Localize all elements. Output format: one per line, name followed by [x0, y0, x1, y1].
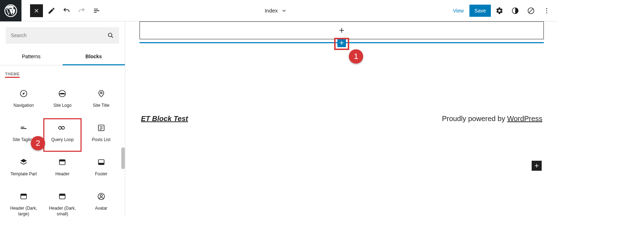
half-circle-icon	[511, 7, 519, 15]
inline-inserter-button[interactable]	[337, 39, 346, 47]
scrollbar[interactable]	[121, 148, 125, 169]
svg-rect-12	[59, 160, 65, 161]
wordpress-logo[interactable]	[0, 0, 21, 21]
block-site-title[interactable]: Site Title	[83, 84, 120, 117]
pencil-icon	[48, 7, 55, 15]
template-part-icon	[19, 158, 28, 166]
styles-button[interactable]	[508, 4, 522, 18]
svg-rect-18	[59, 194, 65, 196]
block-posts-list[interactable]: Posts List	[83, 119, 120, 151]
kebab-icon	[543, 7, 550, 14]
annotation-badge-1: 1	[349, 49, 363, 64]
block-insertion-line	[140, 42, 544, 43]
search-icon	[107, 32, 114, 39]
site-footer-row: ET Block Test Proudly powered by WordPre…	[140, 115, 544, 123]
svg-point-6	[108, 33, 112, 37]
block-header[interactable]: Header	[44, 153, 81, 186]
plus-icon	[338, 26, 346, 34]
section-title-theme: THEME	[5, 70, 20, 78]
block-avatar[interactable]: Avatar	[83, 187, 120, 217]
undo-button[interactable]	[60, 4, 73, 17]
avatar-icon	[97, 192, 106, 201]
block-template-part[interactable]: Template Part	[5, 153, 42, 186]
block-site-logo[interactable]: Site Logo	[44, 84, 81, 117]
blocks-panel: THEME 2 Navigation Site Logo Site Title	[0, 65, 125, 217]
svg-point-4	[546, 10, 547, 11]
svg-point-9	[100, 92, 102, 94]
block-header-dark-small[interactable]: Header (Dark, small)	[44, 187, 81, 217]
wordpress-icon	[4, 4, 17, 17]
compass-icon	[19, 89, 28, 98]
more-options-button[interactable]	[540, 4, 554, 18]
block-header-dark-large[interactable]: Header (Dark, large)	[5, 187, 42, 217]
top-toolbar: Index View Save	[0, 0, 558, 21]
document-title-text: Index	[265, 8, 278, 14]
chevron-down-icon	[281, 8, 287, 14]
search-input[interactable]	[11, 32, 107, 38]
posts-list-icon	[97, 124, 106, 132]
site-title-link[interactable]: ET Block Test	[141, 115, 188, 123]
document-title[interactable]: Index	[103, 8, 449, 14]
view-options-button[interactable]	[524, 4, 538, 18]
block-query-loop[interactable]: Query Loop	[44, 119, 81, 151]
top-right-tools: View Save	[449, 4, 558, 18]
redo-button[interactable]	[75, 4, 88, 17]
svg-point-20	[100, 195, 102, 197]
view-link[interactable]: View	[449, 5, 468, 16]
block-footer[interactable]: Footer	[83, 153, 120, 186]
list-view-icon	[93, 7, 101, 15]
empty-block-appender[interactable]	[140, 21, 544, 39]
circle-slash-icon	[527, 7, 535, 15]
floating-add-block-button[interactable]	[532, 161, 542, 171]
inserter-tabs: Patterns Blocks	[0, 49, 125, 65]
wordpress-link[interactable]: WordPress	[507, 115, 542, 122]
svg-rect-16	[21, 194, 26, 196]
gear-icon	[496, 7, 503, 15]
tab-patterns[interactable]: Patterns	[0, 49, 63, 65]
svg-point-5	[546, 12, 547, 13]
close-inserter-button[interactable]	[30, 4, 43, 17]
site-logo-icon	[58, 89, 67, 98]
tab-blocks[interactable]: Blocks	[63, 49, 125, 65]
header-icon	[19, 192, 28, 201]
svg-point-3	[546, 8, 547, 9]
undo-icon	[63, 7, 70, 15]
map-pin-icon	[97, 89, 106, 98]
inserter-sidebar: Patterns Blocks THEME 2 Navigation Site …	[0, 21, 125, 217]
footer-icon	[97, 158, 106, 166]
header-icon	[58, 192, 67, 201]
editor-canvas: 1 ET Block Test Proudly powered by WordP…	[125, 21, 558, 217]
save-button[interactable]: Save	[469, 5, 491, 17]
tools-button[interactable]	[45, 4, 58, 17]
tagline-icon	[19, 124, 28, 132]
plus-icon	[533, 162, 540, 169]
document-overview-button[interactable]	[90, 4, 103, 17]
redo-icon	[78, 7, 86, 15]
powered-by-text: Proudly powered by WordPress	[442, 115, 542, 123]
settings-button[interactable]	[492, 4, 507, 18]
plus-icon	[338, 40, 345, 46]
block-search[interactable]	[6, 27, 119, 44]
svg-rect-14	[98, 163, 104, 165]
header-icon	[58, 158, 67, 166]
block-navigation[interactable]: Navigation	[5, 84, 42, 117]
annotation-badge-2: 2	[31, 136, 45, 150]
loop-icon	[58, 124, 67, 132]
close-icon	[33, 8, 40, 14]
